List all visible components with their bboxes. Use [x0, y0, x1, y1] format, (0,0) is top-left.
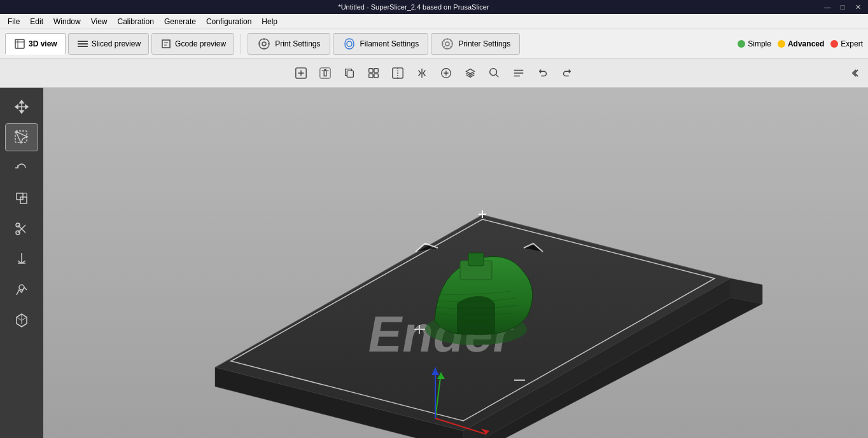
main-area: Ender: [0, 88, 868, 438]
menu-window[interactable]: Window: [48, 16, 86, 27]
arrange-button[interactable]: [362, 62, 385, 85]
search-button[interactable]: [483, 62, 506, 85]
sliced-preview-icon: [76, 38, 89, 50]
secondary-toolbar: [0, 58, 868, 88]
printer-settings-button[interactable]: Printer Settings: [431, 33, 520, 55]
redo-icon: [561, 67, 573, 79]
support-icon: [13, 250, 31, 268]
expert-dot: [830, 40, 838, 48]
menu-file[interactable]: File: [3, 16, 25, 27]
layers-button[interactable]: [459, 62, 482, 85]
svg-rect-20: [20, 197, 27, 203]
simple-dot: [738, 40, 745, 48]
copy-button[interactable]: [338, 62, 361, 85]
tab-sliced-preview[interactable]: Sliced preview: [68, 33, 149, 55]
scale-tool[interactable]: [5, 184, 38, 212]
tab-gcode-preview[interactable]: Gcode preview: [151, 33, 234, 55]
arrange-icon: [367, 67, 380, 79]
menu-view[interactable]: View: [86, 16, 113, 27]
svg-rect-3: [78, 46, 88, 47]
svg-point-4: [259, 39, 269, 49]
window-title: *Untitled - SuperSlicer_2.4 based on Pru…: [5, 3, 822, 11]
expert-label: Expert: [841, 39, 863, 48]
add-object-button[interactable]: [290, 62, 312, 85]
seam-icon: [13, 281, 31, 299]
select-tool[interactable]: [5, 123, 38, 151]
svg-rect-1: [78, 41, 88, 42]
tab-3d-view-label: 3D view: [29, 39, 57, 48]
svg-rect-11: [369, 68, 373, 72]
svg-rect-14: [374, 73, 378, 77]
rotate-tool[interactable]: [5, 154, 38, 182]
mirror-button[interactable]: [410, 62, 433, 85]
move-icon: [13, 98, 31, 116]
window-controls[interactable]: — □ ✕: [822, 2, 863, 12]
redo-button[interactable]: [556, 62, 578, 85]
copy-icon: [343, 67, 356, 79]
svg-point-6: [442, 39, 452, 49]
print-settings-label: Print Settings: [275, 39, 320, 48]
svg-point-23: [19, 285, 24, 290]
collapse-icon: [847, 66, 861, 80]
svg-rect-19: [17, 193, 23, 200]
complexity-expert[interactable]: Expert: [830, 39, 863, 48]
3d-scene: Ender: [43, 88, 868, 438]
tab-gcode-preview-label: Gcode preview: [175, 39, 226, 48]
svg-rect-39: [468, 253, 484, 266]
advanced-label: Advanced: [788, 39, 824, 48]
delete-button[interactable]: [314, 62, 337, 85]
layers-icon: [464, 67, 477, 79]
menu-calibration[interactable]: Calibration: [113, 16, 159, 27]
svg-rect-10: [347, 71, 353, 77]
svg-rect-0: [15, 39, 24, 48]
complexity-simple[interactable]: Simple: [738, 39, 771, 48]
scale-icon: [13, 189, 31, 207]
svg-rect-18: [15, 131, 27, 142]
tab-sliced-preview-label: Sliced preview: [92, 39, 141, 48]
support-tool[interactable]: [5, 245, 38, 273]
undo-icon: [536, 67, 549, 79]
toolbar-separator-1: [241, 34, 241, 54]
split-icon: [391, 67, 404, 79]
svg-rect-12: [374, 68, 378, 72]
3d-viewport[interactable]: Ender: [43, 88, 868, 438]
svg-point-5: [262, 42, 266, 46]
move-tool[interactable]: [5, 93, 38, 121]
maximize-button[interactable]: □: [837, 2, 848, 12]
slice-options-button[interactable]: [507, 62, 530, 85]
mirror-icon: [416, 67, 428, 79]
tab-3d-view[interactable]: 3D view: [5, 33, 66, 55]
cut-tool[interactable]: [5, 215, 38, 243]
menu-generate[interactable]: Generate: [159, 16, 201, 27]
complexity-advanced[interactable]: Advanced: [778, 39, 824, 48]
menu-edit[interactable]: Edit: [25, 16, 48, 27]
svg-rect-13: [369, 73, 373, 77]
menu-bar: File Edit Window View Calibration Genera…: [0, 14, 868, 29]
view-cube-icon: [13, 311, 31, 329]
complexity-selector: Simple Advanced Expert: [738, 39, 863, 48]
main-toolbar: 3D view Sliced preview Gcode preview Pri…: [0, 29, 868, 58]
seam-tool[interactable]: [5, 276, 38, 304]
close-button[interactable]: ✕: [853, 2, 863, 12]
slice-options-icon: [512, 67, 525, 79]
svg-rect-2: [78, 43, 88, 44]
split-button[interactable]: [386, 62, 409, 85]
view-cube-tool[interactable]: [5, 306, 38, 334]
printer-settings-label: Printer Settings: [458, 39, 510, 48]
search-icon: [488, 67, 501, 79]
print-settings-icon: [257, 37, 271, 51]
collapse-right-panel-button[interactable]: [845, 64, 863, 82]
menu-help[interactable]: Help: [256, 16, 283, 27]
menu-configuration[interactable]: Configuration: [201, 16, 256, 27]
undo-button[interactable]: [531, 62, 554, 85]
select-icon: [13, 128, 31, 146]
filament-settings-button[interactable]: Filament Settings: [333, 33, 429, 55]
delete-icon: [319, 67, 332, 79]
filament-settings-icon: [342, 37, 356, 51]
rotate-icon: [13, 159, 31, 177]
add-part-button[interactable]: [435, 62, 458, 85]
add-object-icon: [295, 67, 307, 79]
print-settings-button[interactable]: Print Settings: [248, 33, 330, 55]
left-tool-panel: [0, 88, 43, 438]
minimize-button[interactable]: —: [822, 2, 832, 12]
